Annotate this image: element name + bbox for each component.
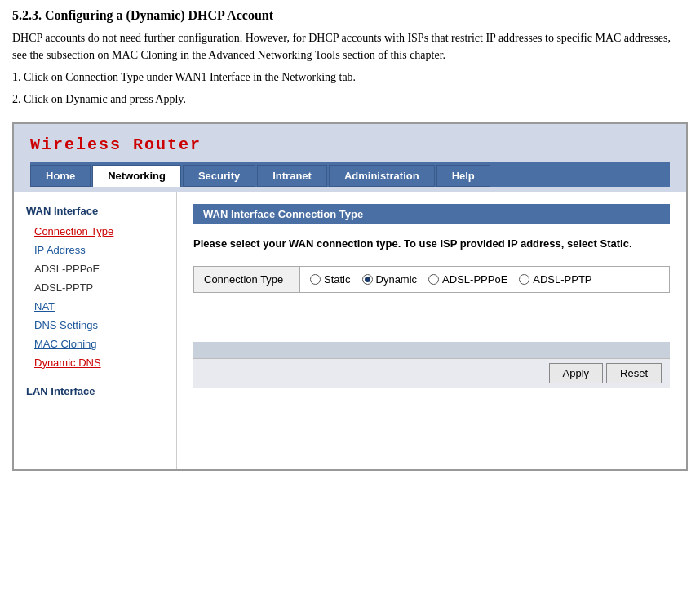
sidebar-item-connection-type[interactable]: Connection Type — [14, 222, 176, 241]
reset-button[interactable]: Reset — [606, 363, 662, 383]
radio-dynamic[interactable]: Dynamic — [362, 273, 418, 286]
ct-options: Static Dynamic ADSL-PPPoE — [300, 267, 602, 292]
ct-label: Connection Type — [194, 267, 300, 292]
sidebar-item-adsl-pppoe: ADSL-PPPoE — [14, 259, 176, 278]
sidebar-item-adsl-pptp: ADSL-PPTP — [14, 278, 176, 297]
router-frame: Wireless Router Home Networking Security… — [12, 122, 688, 471]
radio-adsl-pptp[interactable]: ADSL-PPTP — [519, 273, 591, 286]
sidebar-item-dynamic-dns[interactable]: Dynamic DNS — [14, 353, 176, 372]
connection-type-table: Connection Type Static Dynamic — [193, 266, 670, 293]
radio-dynamic-btn[interactable] — [362, 274, 373, 285]
radio-static-btn[interactable] — [310, 274, 321, 285]
nav-administration[interactable]: Administration — [329, 165, 435, 187]
nav-bar: Home Networking Security Intranet Admini… — [30, 162, 670, 187]
main-panel: WAN Interface Connection Type Please sel… — [177, 192, 686, 469]
radio-adsl-pppoe-btn[interactable] — [428, 274, 439, 285]
page-content: 5.2.3. Configuring a (Dynamic) DHCP Acco… — [0, 0, 700, 479]
radio-static-label: Static — [324, 273, 351, 286]
sidebar-item-nat[interactable]: NAT — [14, 297, 176, 316]
body-text-3: 2. Click on Dynamic and press Apply. — [12, 91, 688, 108]
sidebar-lan-title: LAN Interface — [14, 380, 176, 402]
page-title: 5.2.3. Configuring a (Dynamic) DHCP Acco… — [12, 8, 688, 23]
body-text-2: 1. Click on Connection Type under WAN1 I… — [12, 69, 688, 86]
nav-home[interactable]: Home — [30, 165, 91, 187]
sidebar-item-dns-settings[interactable]: DNS Settings — [14, 316, 176, 335]
radio-adsl-pppoe[interactable]: ADSL-PPPoE — [428, 273, 507, 286]
sidebar-item-mac-cloning[interactable]: MAC Cloning — [14, 335, 176, 353]
content-area: WAN Interface Connection Type IP Address… — [14, 192, 686, 469]
bottom-bar — [193, 342, 670, 358]
radio-adsl-pptp-label: ADSL-PPTP — [533, 273, 591, 286]
apply-button[interactable]: Apply — [549, 363, 604, 383]
sidebar-wan-title: WAN Interface — [14, 200, 176, 222]
radio-adsl-pptp-btn[interactable] — [519, 274, 529, 285]
nav-security[interactable]: Security — [183, 165, 255, 187]
radio-static[interactable]: Static — [310, 273, 351, 286]
nav-networking[interactable]: Networking — [92, 165, 181, 187]
ct-row: Connection Type Static Dynamic — [194, 267, 669, 292]
button-bar: Apply Reset — [193, 358, 670, 388]
body-text-1: DHCP accounts do not need further config… — [12, 29, 688, 64]
router-title: Wireless Router — [30, 135, 670, 154]
panel-description: Please select your WAN connection type. … — [193, 237, 670, 251]
sidebar-item-ip-address[interactable]: IP Address — [14, 241, 176, 259]
sidebar: WAN Interface Connection Type IP Address… — [14, 192, 177, 469]
router-header: Wireless Router Home Networking Security… — [14, 124, 686, 192]
radio-dynamic-label: Dynamic — [376, 273, 418, 286]
nav-help[interactable]: Help — [436, 165, 490, 187]
panel-title: WAN Interface Connection Type — [193, 204, 670, 224]
nav-intranet[interactable]: Intranet — [257, 165, 327, 187]
radio-adsl-pppoe-label: ADSL-PPPoE — [442, 273, 507, 286]
